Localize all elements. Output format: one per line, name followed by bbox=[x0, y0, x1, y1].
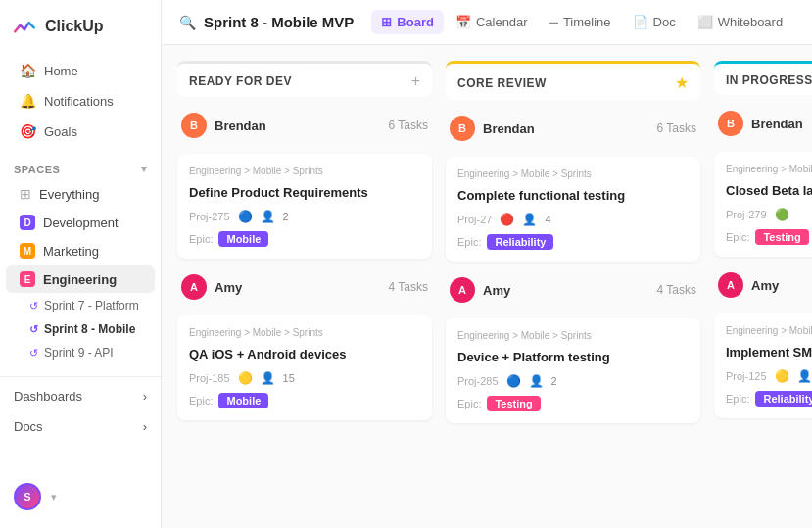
task-epic-row-285: Epic: Testing bbox=[457, 396, 689, 411]
sidebar-sprint-8-label: Sprint 8 - Mobile bbox=[44, 322, 135, 336]
user-avatar[interactable]: S bbox=[14, 483, 41, 510]
task-id-275: Proj-275 bbox=[189, 211, 230, 222]
column-inprogress: IN PROGRESS B Brendan 6 Tasks Engineerin… bbox=[714, 61, 812, 512]
grid-icon: ⊞ bbox=[20, 186, 31, 202]
task-epic-row-279: Epic: Testing bbox=[726, 229, 812, 245]
task-card-proj27[interactable]: Engineering > Mobile > Sprints Complete … bbox=[446, 157, 700, 262]
task-assignees-275: 2 bbox=[283, 211, 289, 222]
task-flag-275: 🔵 bbox=[238, 210, 253, 223]
task-breadcrumb-285: Engineering > Mobile > Sprints bbox=[457, 330, 689, 341]
spaces-chevron[interactable]: ▾ bbox=[141, 163, 148, 175]
group-name-amy-core: Amy bbox=[483, 283, 510, 298]
task-breadcrumb-125: Engineering > Mobile > Sprints bbox=[726, 325, 812, 336]
sidebar-item-everything-label: Everything bbox=[39, 187, 99, 202]
column-title-core: CORE REVIEW bbox=[457, 76, 547, 90]
task-breadcrumb-279: Engineering > Mobile > Sprints bbox=[726, 164, 812, 174]
task-meta-285: Proj-285 🔵 👤 2 bbox=[457, 374, 689, 388]
clickup-logo-icon bbox=[12, 14, 37, 39]
epic-label-275: Epic: bbox=[189, 233, 213, 245]
tab-timeline[interactable]: ─ Timeline bbox=[540, 10, 621, 34]
spaces-section-header: Spaces ▾ bbox=[0, 151, 161, 179]
sidebar-item-goals-label: Goals bbox=[44, 124, 77, 139]
assignees-icon-285: 👤 bbox=[529, 374, 544, 388]
task-card-proj275[interactable]: Engineering > Mobile > Sprints Define Pr… bbox=[177, 154, 432, 259]
task-card-proj279[interactable]: Engineering > Mobile > Sprints Closed Be… bbox=[714, 152, 812, 257]
tab-calendar-label: Calendar bbox=[476, 15, 528, 29]
tab-board[interactable]: ⊞ Board bbox=[371, 10, 444, 34]
group-tasks-amy-core: 4 Tasks bbox=[657, 283, 696, 297]
tab-whiteboard[interactable]: ⬜ Whiteboard bbox=[688, 10, 792, 34]
bell-icon: 🔔 bbox=[20, 93, 36, 109]
sidebar-footer: S ▾ bbox=[0, 473, 161, 520]
sidebar-item-dashboards[interactable]: Dashboards › bbox=[0, 381, 161, 411]
calendar-tab-icon: 📅 bbox=[455, 15, 471, 29]
docs-label: Docs bbox=[14, 419, 43, 434]
task-title-275: Define Product Requirements bbox=[189, 184, 420, 202]
sidebar-sprint-7[interactable]: ↺ Sprint 7 - Platform bbox=[0, 294, 161, 317]
epic-label-185: Epic: bbox=[189, 395, 213, 407]
group-name-brendan-core: Brendan bbox=[483, 121, 535, 136]
tab-calendar[interactable]: 📅 Calendar bbox=[446, 10, 538, 34]
sidebar-item-home[interactable]: 🏠 Home bbox=[6, 56, 155, 85]
avatar-amy-ready: A bbox=[181, 274, 207, 300]
task-card-proj285[interactable]: Engineering > Mobile > Sprints Device + … bbox=[446, 318, 700, 423]
epic-label-125: Epic: bbox=[726, 393, 749, 405]
task-title-279: Closed Beta launch and feedback bbox=[726, 182, 812, 200]
group-header-brendan-core: B Brendan 6 Tasks bbox=[446, 110, 700, 147]
board-tab-icon: ⊞ bbox=[381, 15, 392, 29]
sidebar-item-notifications[interactable]: 🔔 Notifications bbox=[6, 86, 155, 116]
column-header-core: CORE REVIEW ★ bbox=[446, 61, 700, 100]
task-flag-27: 🔴 bbox=[500, 213, 514, 226]
sprint-icon-8: ↺ bbox=[29, 323, 38, 336]
sidebar-item-marketing[interactable]: M Marketing bbox=[6, 237, 155, 264]
avatar-amy-inprogress: A bbox=[718, 272, 743, 298]
assignees-icon-125: 👤 bbox=[797, 369, 812, 383]
task-breadcrumb-27: Engineering > Mobile > Sprints bbox=[457, 168, 689, 179]
column-add-ready[interactable]: + bbox=[411, 73, 420, 89]
tab-doc[interactable]: 📄 Doc bbox=[623, 10, 686, 34]
sidebar-item-docs[interactable]: Docs › bbox=[0, 411, 161, 442]
sidebar-sprint-7-label: Sprint 7 - Platform bbox=[44, 299, 139, 312]
task-id-185: Proj-185 bbox=[189, 372, 230, 384]
epic-label-27: Epic: bbox=[457, 236, 481, 248]
task-flag-125: 🟡 bbox=[775, 369, 789, 383]
group-tasks-brendan-core: 6 Tasks bbox=[657, 121, 696, 135]
sidebar-sprint-8[interactable]: ↺ Sprint 8 - Mobile bbox=[0, 317, 161, 341]
sidebar-item-everything[interactable]: ⊞ Everything bbox=[6, 180, 155, 208]
task-assignees-185: 15 bbox=[283, 372, 295, 384]
task-epic-row-185: Epic: Mobile bbox=[189, 393, 420, 408]
user-menu-chevron[interactable]: ▾ bbox=[51, 491, 57, 504]
dashboards-label: Dashboards bbox=[14, 389, 82, 404]
task-title-185: QA iOS + Android devices bbox=[189, 346, 420, 363]
goals-icon: 🎯 bbox=[20, 123, 36, 139]
spaces-list: ⊞ Everything D Development M Marketing E… bbox=[0, 179, 161, 364]
task-meta-125: Proj-125 🟡 👤 2 bbox=[726, 369, 812, 383]
column-ready: READY FOR DEV + B Brendan 6 Tasks Engine… bbox=[177, 61, 432, 512]
avatar-amy-core: A bbox=[450, 277, 475, 303]
development-dot: D bbox=[20, 215, 35, 230]
doc-tab-icon: 📄 bbox=[633, 15, 648, 29]
task-meta-279: Proj-279 🟢 bbox=[726, 208, 812, 221]
main-content: 🔍 Sprint 8 - Mobile MVP ⊞ Board 📅 Calend… bbox=[162, 0, 812, 528]
assignees-icon-27: 👤 bbox=[522, 213, 537, 226]
avatar-brendan-inprogress: B bbox=[718, 111, 743, 136]
sprint-icon-7: ↺ bbox=[29, 300, 38, 312]
task-epic-row-275: Epic: Mobile bbox=[189, 231, 420, 247]
task-card-proj185[interactable]: Engineering > Mobile > Sprints QA iOS + … bbox=[177, 315, 432, 420]
task-flag-279: 🟢 bbox=[775, 208, 789, 221]
task-meta-185: Proj-185 🟡 👤 15 bbox=[189, 371, 420, 385]
sidebar-item-development[interactable]: D Development bbox=[6, 209, 155, 236]
sidebar-item-marketing-label: Marketing bbox=[43, 244, 99, 259]
group-header-amy-ready: A Amy 4 Tasks bbox=[177, 268, 432, 306]
tab-whiteboard-label: Whiteboard bbox=[718, 15, 783, 29]
sidebar: ClickUp 🏠 Home 🔔 Notifications 🎯 Goals S… bbox=[0, 0, 162, 528]
avatar-brendan-core: B bbox=[450, 116, 475, 141]
column-star-core[interactable]: ★ bbox=[675, 73, 689, 92]
group-name-brendan-inprogress: Brendan bbox=[751, 117, 803, 131]
tab-doc-label: Doc bbox=[653, 15, 676, 29]
sidebar-sprint-9-label: Sprint 9 - API bbox=[44, 346, 114, 360]
sidebar-item-goals[interactable]: 🎯 Goals bbox=[6, 117, 155, 146]
sidebar-sprint-9[interactable]: ↺ Sprint 9 - API bbox=[0, 341, 161, 364]
task-card-proj125[interactable]: Engineering > Mobile > Sprints Implement… bbox=[714, 313, 812, 418]
sidebar-item-engineering[interactable]: E Engineering bbox=[6, 265, 155, 293]
